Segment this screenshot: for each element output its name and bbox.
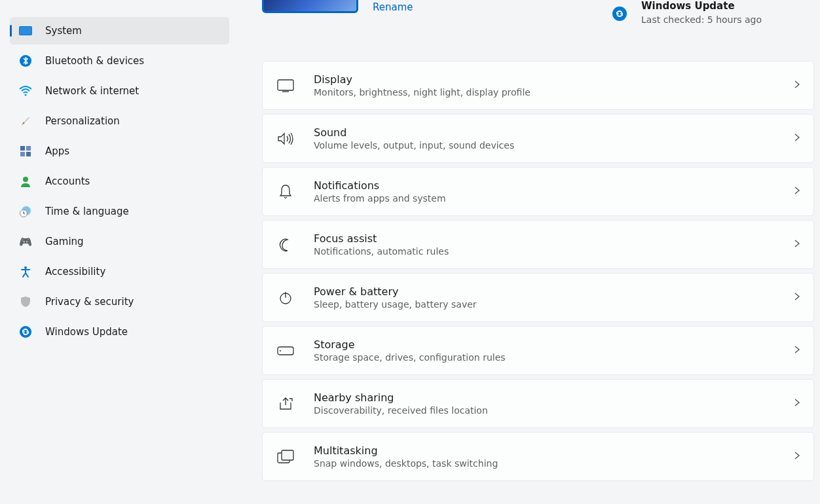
share-icon: [277, 395, 294, 412]
svg-rect-20: [282, 450, 293, 460]
chevron-right-icon: [794, 450, 800, 463]
sidebar-item-network[interactable]: Network & internet: [10, 77, 229, 105]
settings-card-nearby-sharing[interactable]: Nearby sharing Discoverability, received…: [262, 379, 814, 428]
card-subtitle: Discoverability, received files location: [314, 405, 794, 416]
sidebar-item-label: Accounts: [45, 175, 90, 187]
sidebar-item-label: Accessibility: [45, 266, 105, 278]
chevron-right-icon: [794, 397, 800, 410]
power-icon: [277, 289, 294, 306]
sidebar-item-label: Privacy & security: [45, 296, 134, 308]
main-content: Rename Windows Update Last checked: 5 ho…: [236, 0, 820, 504]
chevron-right-icon: [794, 79, 800, 92]
update-icon: [19, 325, 32, 338]
sidebar-item-label: Time & language: [45, 206, 129, 217]
chevron-right-icon: [794, 238, 800, 251]
sidebar-item-time-language[interactable]: Time & language: [10, 198, 229, 225]
svg-point-18: [280, 350, 281, 351]
settings-card-notifications[interactable]: Notifications Alerts from apps and syste…: [262, 167, 814, 216]
settings-card-display[interactable]: Display Monitors, brightness, night ligh…: [262, 61, 814, 110]
svg-rect-13: [278, 80, 293, 90]
bluetooth-icon: [19, 54, 32, 67]
card-subtitle: Sleep, battery usage, battery saver: [314, 299, 794, 310]
sidebar-item-label: Windows Update: [45, 326, 128, 338]
card-subtitle: Alerts from apps and system: [314, 193, 794, 204]
chevron-right-icon: [794, 185, 800, 198]
svg-point-12: [20, 326, 31, 338]
chevron-right-icon: [794, 291, 800, 304]
sidebar-item-privacy[interactable]: Privacy & security: [10, 288, 229, 315]
accounts-icon: [19, 175, 32, 188]
card-title: Notifications: [314, 179, 794, 192]
card-title: Display: [314, 73, 794, 86]
sidebar-item-label: Apps: [45, 145, 69, 157]
apps-icon: [19, 145, 32, 158]
svg-point-11: [24, 266, 27, 269]
sidebar-item-personalization[interactable]: Personalization: [10, 107, 229, 135]
card-title: Power & battery: [314, 285, 794, 298]
card-title: Sound: [314, 126, 794, 139]
moon-icon: [277, 236, 294, 253]
settings-card-power-battery[interactable]: Power & battery Sleep, battery usage, ba…: [262, 273, 814, 322]
sidebar-item-bluetooth[interactable]: Bluetooth & devices: [10, 47, 229, 75]
update-status-icon: [612, 7, 627, 21]
card-subtitle: Notifications, automatic rules: [314, 246, 794, 257]
shield-icon: [19, 295, 32, 308]
settings-card-multitasking[interactable]: Multitasking Snap windows, desktops, tas…: [262, 432, 814, 481]
sidebar-item-accessibility[interactable]: Accessibility: [10, 258, 229, 285]
sidebar-item-gaming[interactable]: 🎮 Gaming: [10, 228, 229, 255]
svg-rect-4: [20, 146, 25, 151]
time-language-icon: [19, 205, 32, 218]
svg-point-8: [23, 177, 28, 182]
svg-rect-7: [26, 152, 31, 156]
device-preview-image: [262, 0, 358, 13]
bell-icon: [277, 183, 294, 200]
card-title: Multitasking: [314, 444, 794, 457]
brush-icon: [19, 115, 32, 128]
sidebar-item-label: Personalization: [45, 115, 120, 127]
sidebar-item-label: Bluetooth & devices: [45, 55, 144, 67]
svg-rect-1: [20, 27, 31, 35]
system-icon: [19, 24, 32, 37]
settings-card-focus-assist[interactable]: Focus assist Notifications, automatic ru…: [262, 220, 814, 269]
chevron-right-icon: [794, 132, 800, 145]
sound-icon: [277, 130, 294, 147]
svg-point-3: [25, 94, 27, 96]
storage-icon: [277, 342, 294, 359]
sidebar-item-label: Network & internet: [45, 85, 139, 97]
card-title: Nearby sharing: [314, 391, 794, 404]
sidebar-nav: System Bluetooth & devices Network & int…: [0, 0, 236, 504]
settings-card-sound[interactable]: Sound Volume levels, output, input, soun…: [262, 114, 814, 163]
card-subtitle: Storage space, drives, configuration rul…: [314, 352, 794, 363]
display-icon: [277, 77, 294, 94]
card-subtitle: Monitors, brightness, night light, displ…: [314, 87, 794, 98]
card-title: Focus assist: [314, 232, 794, 245]
sidebar-item-accounts[interactable]: Accounts: [10, 168, 229, 195]
settings-card-storage[interactable]: Storage Storage space, drives, configura…: [262, 326, 814, 375]
chevron-right-icon: [794, 344, 800, 357]
multitasking-icon: [277, 448, 294, 465]
sidebar-item-apps[interactable]: Apps: [10, 137, 229, 165]
card-subtitle: Snap windows, desktops, task switching: [314, 458, 794, 469]
svg-rect-6: [20, 152, 25, 156]
sidebar-item-system[interactable]: System: [10, 17, 229, 45]
windows-update-status[interactable]: Windows Update Last checked: 5 hours ago: [612, 0, 814, 25]
rename-link[interactable]: Rename: [373, 1, 413, 13]
sidebar-item-label: Gaming: [45, 236, 84, 247]
svg-rect-5: [26, 146, 31, 151]
card-subtitle: Volume levels, output, input, sound devi…: [314, 140, 794, 151]
sidebar-item-windows-update[interactable]: Windows Update: [10, 318, 229, 346]
windows-update-title: Windows Update: [641, 0, 762, 12]
windows-update-subtitle: Last checked: 5 hours ago: [641, 14, 762, 25]
gaming-icon: 🎮: [19, 235, 32, 248]
device-info: Rename: [236, 0, 413, 25]
wifi-icon: [19, 84, 32, 98]
sidebar-item-label: System: [45, 25, 82, 37]
accessibility-icon: [19, 265, 32, 278]
card-title: Storage: [314, 338, 794, 351]
